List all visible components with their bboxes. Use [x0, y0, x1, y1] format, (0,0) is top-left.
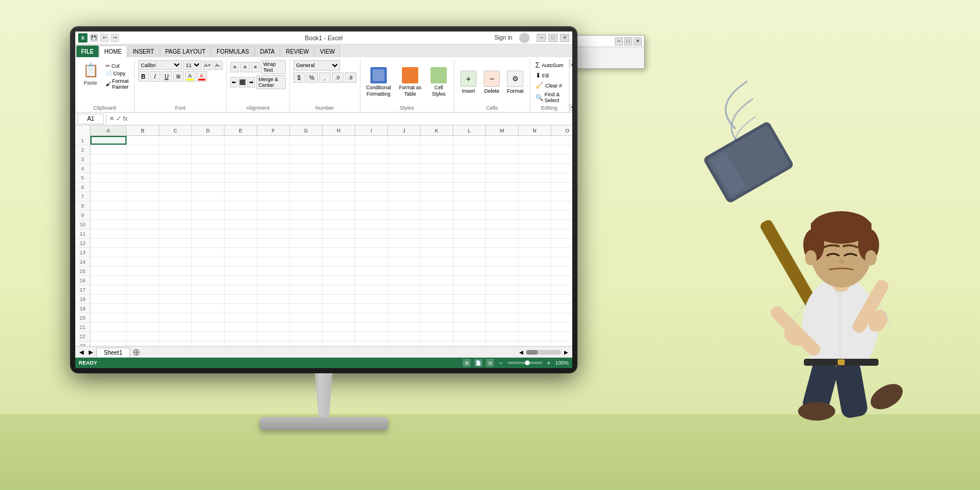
- cell-D18[interactable]: [192, 295, 225, 303]
- cell-F1[interactable]: [257, 136, 290, 145]
- cell-M13[interactable]: [486, 248, 519, 257]
- cell-E18[interactable]: [225, 295, 257, 303]
- cell-E16[interactable]: [225, 276, 257, 285]
- zoom-minus-btn[interactable]: −: [498, 359, 503, 366]
- undo-icon[interactable]: ↩: [100, 34, 108, 42]
- cell-D19[interactable]: [192, 304, 225, 313]
- cell-K6[interactable]: [421, 183, 453, 191]
- scroll-sheets-left[interactable]: ◀: [78, 348, 86, 356]
- cell-D8[interactable]: [192, 201, 225, 210]
- scroll-up[interactable]: ▲: [569, 60, 572, 67]
- cell-G20[interactable]: [290, 313, 323, 322]
- number-format-select[interactable]: General: [293, 60, 340, 71]
- cell-B8[interactable]: [127, 201, 159, 210]
- cell-J18[interactable]: [388, 295, 421, 303]
- cell-G11[interactable]: [290, 229, 323, 238]
- cell-K14[interactable]: [421, 257, 453, 266]
- cell-J13[interactable]: [388, 248, 421, 257]
- comma-btn[interactable]: ,: [319, 72, 331, 83]
- cell-N8[interactable]: [519, 201, 551, 210]
- cell-B4[interactable]: [127, 164, 159, 173]
- col-header-e[interactable]: E: [225, 125, 257, 135]
- cell-H21[interactable]: [323, 323, 355, 331]
- cell-K1[interactable]: [421, 136, 453, 145]
- cell-B1[interactable]: [127, 136, 159, 145]
- cell-O14[interactable]: [551, 257, 572, 266]
- cell-H2[interactable]: [323, 145, 355, 154]
- cell-D14[interactable]: [192, 257, 225, 266]
- cell-E3[interactable]: [225, 155, 257, 163]
- cell-G17[interactable]: [290, 285, 323, 294]
- cell-H22[interactable]: [323, 332, 355, 341]
- cell-G12[interactable]: [290, 239, 323, 247]
- cell-M17[interactable]: [486, 285, 519, 294]
- cell-N7[interactable]: [519, 192, 551, 201]
- cell-M3[interactable]: [486, 155, 519, 163]
- cell-M6[interactable]: [486, 183, 519, 191]
- cell-G1[interactable]: [290, 136, 323, 145]
- cell-J3[interactable]: [388, 155, 421, 163]
- cell-K2[interactable]: [421, 145, 453, 154]
- cell-N18[interactable]: [519, 295, 551, 303]
- cell-C13[interactable]: [159, 248, 192, 257]
- cell-O19[interactable]: [551, 304, 572, 313]
- cell-B10[interactable]: [127, 220, 159, 229]
- cell-E9[interactable]: [225, 211, 257, 219]
- cell-B13[interactable]: [127, 248, 159, 257]
- cell-C16[interactable]: [159, 276, 192, 285]
- cell-B14[interactable]: [127, 257, 159, 266]
- bg-minimize-btn[interactable]: ─: [615, 37, 623, 46]
- cell-K18[interactable]: [421, 295, 453, 303]
- cell-B15[interactable]: [127, 267, 159, 275]
- cell-D21[interactable]: [192, 323, 225, 331]
- cell-G10[interactable]: [290, 220, 323, 229]
- cell-F17[interactable]: [257, 285, 290, 294]
- cell-K21[interactable]: [421, 323, 453, 331]
- italic-button[interactable]: I: [150, 71, 160, 82]
- cell-O5[interactable]: [551, 173, 572, 182]
- cell-A1[interactable]: [90, 136, 127, 145]
- cell-F11[interactable]: [257, 229, 290, 238]
- col-header-o[interactable]: O: [551, 125, 572, 135]
- decrease-decimal-btn[interactable]: .9: [345, 72, 356, 83]
- cell-I4[interactable]: [355, 164, 388, 173]
- cell-D1[interactable]: [192, 136, 225, 145]
- cell-I14[interactable]: [355, 257, 388, 266]
- cell-F13[interactable]: [257, 248, 290, 257]
- cell-A19[interactable]: [90, 304, 127, 313]
- cell-B21[interactable]: [127, 323, 159, 331]
- cell-styles-btn[interactable]: Cell Styles: [427, 66, 450, 97]
- col-header-k[interactable]: K: [421, 125, 453, 135]
- cell-M18[interactable]: [486, 295, 519, 303]
- cell-K9[interactable]: [421, 211, 453, 219]
- cell-H10[interactable]: [323, 220, 355, 229]
- cell-N4[interactable]: [519, 164, 551, 173]
- cell-F21[interactable]: [257, 323, 290, 331]
- cell-D9[interactable]: [192, 211, 225, 219]
- cell-I22[interactable]: [355, 332, 388, 341]
- cell-G6[interactable]: [290, 183, 323, 191]
- cell-C15[interactable]: [159, 267, 192, 275]
- bg-maximize-btn[interactable]: □: [624, 37, 632, 46]
- cell-K19[interactable]: [421, 304, 453, 313]
- cell-B7[interactable]: [127, 192, 159, 201]
- cell-H11[interactable]: [323, 229, 355, 238]
- cell-I19[interactable]: [355, 304, 388, 313]
- col-header-a[interactable]: A: [90, 125, 127, 135]
- cell-O21[interactable]: [551, 323, 572, 331]
- cell-D22[interactable]: [192, 332, 225, 341]
- signin-label[interactable]: Sign in: [494, 34, 512, 41]
- cell-F18[interactable]: [257, 295, 290, 303]
- cell-F6[interactable]: [257, 183, 290, 191]
- cell-F16[interactable]: [257, 276, 290, 285]
- cell-A9[interactable]: [90, 211, 127, 219]
- cell-I3[interactable]: [355, 155, 388, 163]
- cell-F15[interactable]: [257, 267, 290, 275]
- save-icon[interactable]: 💾: [90, 34, 98, 42]
- zoom-slider-thumb[interactable]: [525, 360, 530, 365]
- cell-C10[interactable]: [159, 220, 192, 229]
- font-size-select[interactable]: 11: [183, 60, 202, 70]
- cell-N20[interactable]: [519, 313, 551, 322]
- cell-E20[interactable]: [225, 313, 257, 322]
- cell-E8[interactable]: [225, 201, 257, 210]
